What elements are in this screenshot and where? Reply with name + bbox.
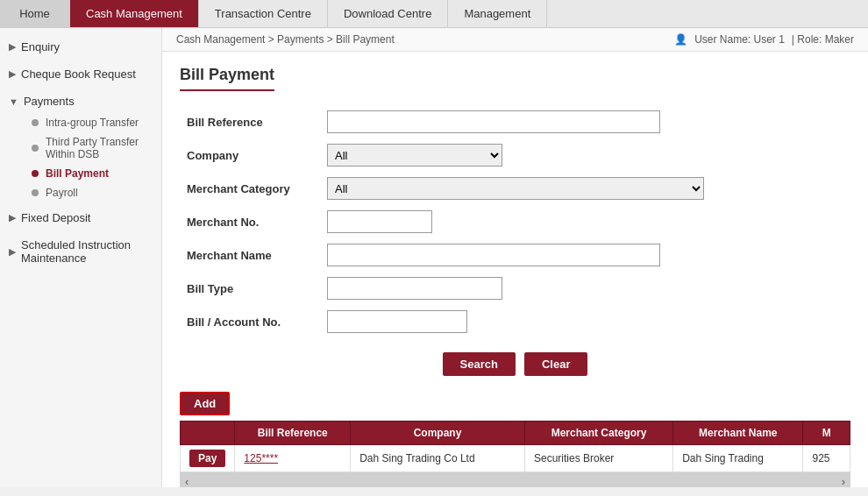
- pay-button[interactable]: Pay: [189, 450, 225, 467]
- bill-type-input[interactable]: [327, 277, 502, 300]
- cheque-arrow: ▶: [9, 68, 16, 80]
- merchant-name-cell: Dah Sing Trading: [673, 445, 803, 472]
- merchant-category-select[interactable]: All Securities Broker Utilities: [327, 177, 704, 200]
- m-cell: 925: [803, 445, 850, 472]
- nav-cash-management-label: Cash Management: [86, 7, 182, 20]
- merchant-name-label: Merchant Name: [180, 238, 320, 272]
- sidebar-item-fixed-deposit[interactable]: ▶ Fixed Deposit: [0, 206, 161, 230]
- nav-home[interactable]: Home: [0, 0, 70, 27]
- merchant-no-row: Merchant No.: [180, 205, 850, 238]
- th-bill-reference: Bill Reference: [235, 422, 351, 445]
- intra-group-label: Intra-group Transfer: [46, 117, 139, 129]
- sidebar-enquiry-label: Enquiry: [21, 40, 60, 53]
- sidebar-fixed-deposit-label: Fixed Deposit: [21, 211, 90, 224]
- clear-button[interactable]: Clear: [524, 352, 588, 376]
- bill-reference-link[interactable]: 125****: [244, 452, 278, 464]
- merchant-name-row: Merchant Name: [180, 238, 850, 272]
- pay-cell: Pay: [181, 445, 235, 472]
- payments-submenu: Intra-group Transfer Third Party Transfe…: [0, 113, 161, 202]
- bill-reference-cell: 125****: [235, 445, 351, 472]
- company-select[interactable]: All Company A: [327, 144, 502, 167]
- search-button[interactable]: Search: [443, 352, 516, 376]
- merchant-category-row: Merchant Category All Securities Broker …: [180, 172, 850, 205]
- nav-download-centre[interactable]: Download Centre: [328, 0, 448, 27]
- merchant-no-label: Merchant No.: [180, 205, 320, 238]
- th-merchant-name: Merchant Name: [673, 422, 803, 445]
- bullet-intra-group: [32, 119, 39, 126]
- company-row: Company All Company A: [180, 138, 850, 172]
- nav-management[interactable]: Management: [448, 0, 547, 27]
- bullet-third-party: [32, 145, 39, 152]
- third-party-label: Third Party Transfer Within DSB: [46, 136, 153, 160]
- bill-reference-row: Bill Reference: [180, 105, 850, 138]
- user-name: User Name: User 1: [694, 33, 785, 46]
- sidebar-section-enquiry: ▶ Enquiry: [0, 35, 161, 59]
- sidebar-item-cheque-book[interactable]: ▶ Cheque Book Request: [0, 62, 161, 86]
- sidebar: ▶ Enquiry ▶ Cheque Book Request ▼ Paymen…: [0, 28, 162, 487]
- scroll-left-button[interactable]: ‹: [185, 475, 189, 487]
- user-role: | Role: Maker: [792, 33, 854, 46]
- main-layout: ▶ Enquiry ▶ Cheque Book Request ▼ Paymen…: [0, 28, 868, 487]
- bill-account-row: Bill / Account No.: [180, 305, 850, 338]
- sidebar-section-payments: ▼ Payments Intra-group Transfer Third Pa…: [0, 89, 161, 202]
- top-navigation: Home Cash Management Transaction Centre …: [0, 0, 868, 28]
- merchant-name-input[interactable]: [327, 244, 660, 266]
- add-button[interactable]: Add: [180, 392, 230, 415]
- search-form: Bill Reference Company All Company A: [180, 105, 850, 338]
- payroll-label: Payroll: [46, 187, 78, 199]
- bill-reference-input[interactable]: [327, 110, 660, 133]
- bill-type-label: Bill Type: [180, 272, 320, 305]
- table-header-row: Bill Reference Company Merchant Category…: [181, 422, 850, 445]
- user-icon: 👤: [674, 33, 687, 46]
- page-content: Bill Payment Bill Reference Company: [162, 52, 868, 487]
- sidebar-item-payments[interactable]: ▼ Payments: [0, 89, 161, 113]
- scroll-row: ‹ ›: [180, 472, 850, 487]
- bill-payment-label: Bill Payment: [46, 167, 109, 180]
- user-info: 👤 User Name: User 1 | Role: Maker: [674, 33, 854, 46]
- breadcrumb-bar: Cash Management > Payments > Bill Paymen…: [162, 28, 868, 52]
- payments-arrow: ▼: [9, 96, 18, 107]
- bill-type-row: Bill Type: [180, 272, 850, 305]
- nav-download-centre-label: Download Centre: [344, 7, 431, 20]
- sidebar-item-intra-group[interactable]: Intra-group Transfer: [18, 113, 161, 132]
- sidebar-section-scheduled: ▶ Scheduled Instruction Maintenance: [0, 233, 161, 270]
- breadcrumb: Cash Management > Payments > Bill Paymen…: [176, 33, 395, 46]
- sidebar-item-payroll[interactable]: Payroll: [18, 183, 161, 202]
- scheduled-arrow: ▶: [9, 246, 16, 258]
- sidebar-item-bill-payment[interactable]: Bill Payment: [18, 164, 161, 183]
- sidebar-item-scheduled[interactable]: ▶ Scheduled Instruction Maintenance: [0, 233, 161, 270]
- bill-account-label: Bill / Account No.: [180, 305, 320, 338]
- sidebar-section-fixed-deposit: ▶ Fixed Deposit: [0, 206, 161, 230]
- add-button-row: Add: [180, 386, 850, 421]
- merchant-category-cell: Securities Broker: [524, 445, 672, 472]
- th-action: [181, 422, 235, 445]
- sidebar-item-third-party[interactable]: Third Party Transfer Within DSB: [18, 132, 161, 164]
- th-m: M: [803, 422, 850, 445]
- fixed-deposit-arrow: ▶: [9, 212, 16, 223]
- th-company: Company: [351, 422, 525, 445]
- bullet-bill-payment: [32, 170, 39, 177]
- bullet-payroll: [32, 189, 39, 196]
- th-merchant-category: Merchant Category: [524, 422, 672, 445]
- sidebar-cheque-label: Cheque Book Request: [21, 67, 136, 81]
- nav-cash-management[interactable]: Cash Management: [70, 0, 199, 27]
- sidebar-item-enquiry[interactable]: ▶ Enquiry: [0, 35, 161, 59]
- enquiry-arrow: ▶: [9, 41, 16, 53]
- company-label: Company: [180, 138, 320, 172]
- scroll-right-button[interactable]: ›: [842, 475, 845, 487]
- sidebar-payments-label: Payments: [24, 95, 75, 108]
- sidebar-scheduled-label: Scheduled Instruction Maintenance: [21, 238, 153, 265]
- company-cell: Dah Sing Trading Co Ltd: [351, 445, 525, 472]
- breadcrumb-text: Cash Management > Payments > Bill Paymen…: [176, 33, 395, 46]
- table-row: Pay 125**** Dah Sing Trading Co Ltd Secu…: [181, 445, 850, 472]
- main-content: Cash Management > Payments > Bill Paymen…: [162, 28, 868, 487]
- page-title: Bill Payment: [180, 66, 274, 91]
- merchant-category-label: Merchant Category: [180, 172, 320, 205]
- search-buttons-row: Search Clear: [180, 352, 850, 376]
- sidebar-section-cheque: ▶ Cheque Book Request: [0, 62, 161, 86]
- merchant-no-input[interactable]: [327, 210, 432, 233]
- nav-transaction-centre[interactable]: Transaction Centre: [199, 0, 328, 27]
- bill-account-input[interactable]: [327, 310, 467, 333]
- bill-reference-label: Bill Reference: [180, 105, 320, 138]
- results-table: Bill Reference Company Merchant Category…: [180, 421, 850, 472]
